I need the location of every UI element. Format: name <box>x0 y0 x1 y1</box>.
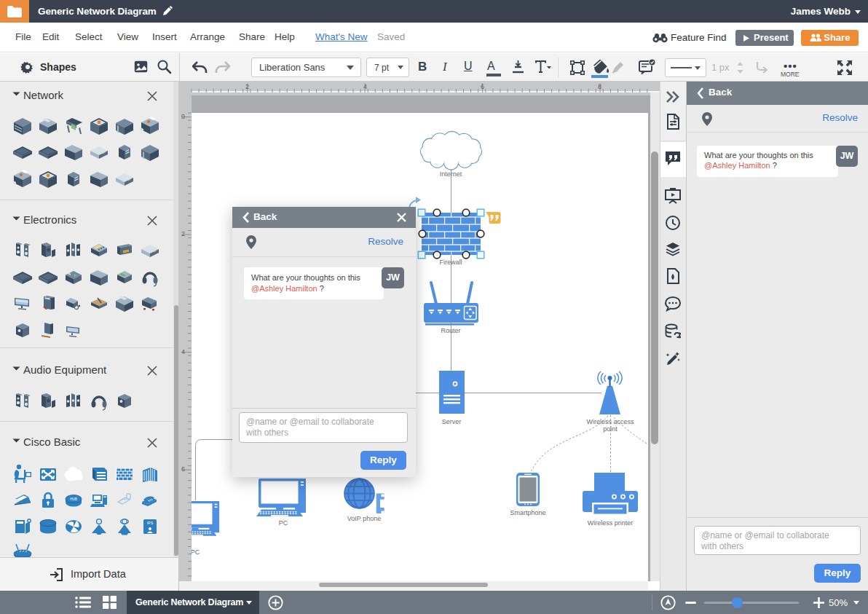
svg-text:Wireless printer: Wireless printer <box>588 519 634 527</box>
svg-text:PC: PC <box>191 548 200 556</box>
svg-text:Server: Server <box>442 418 462 425</box>
svg-text:point: point <box>603 425 618 433</box>
svg-text:PC: PC <box>279 519 288 527</box>
svg-text:HUB: HUB <box>70 497 77 501</box>
svg-text:Firewall: Firewall <box>439 259 462 266</box>
svg-text:Router: Router <box>441 327 460 334</box>
svg-text:Internet: Internet <box>440 170 462 178</box>
svg-text:VoIP phone: VoIP phone <box>347 515 381 522</box>
svg-text:Smartphone: Smartphone <box>510 509 545 516</box>
svg-text:Wireless access: Wireless access <box>586 418 634 425</box>
svg-text:IPS: IPS <box>147 521 154 525</box>
